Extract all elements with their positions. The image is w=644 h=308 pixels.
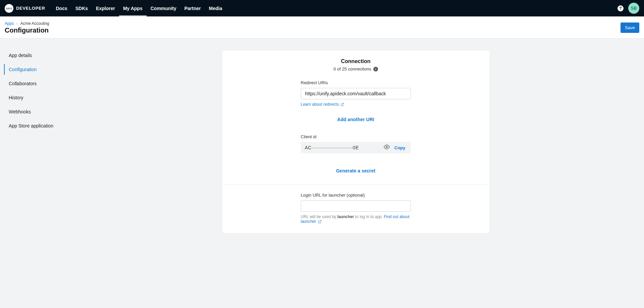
nav-right: ? SB xyxy=(618,3,639,14)
logo-icon: xero xyxy=(5,4,13,13)
client-id-value: AC····························0E xyxy=(305,145,381,150)
breadcrumb: Apps › Acme Accouting Configuration xyxy=(5,21,49,34)
redirect-help-row: Learn about redirects xyxy=(301,102,411,107)
svg-line-0 xyxy=(342,103,344,105)
sidebar: App details Configuration Collaborators … xyxy=(0,50,72,234)
sidebar-app-details[interactable]: App details xyxy=(4,50,72,61)
launcher-helper-suffix: to log in to app. xyxy=(354,214,384,219)
launcher-block: Login URL for launcher (optional) URL wi… xyxy=(301,193,411,224)
launcher-section: Login URL for launcher (optional) URL wi… xyxy=(222,184,490,233)
launcher-label: Login URL for launcher (optional) xyxy=(301,193,411,198)
breadcrumbs: Apps › Acme Accouting xyxy=(5,21,49,26)
redirect-input[interactable] xyxy=(301,88,411,99)
save-button[interactable]: Save xyxy=(621,22,639,33)
copy-button[interactable]: Copy xyxy=(392,144,408,152)
nav-sdks[interactable]: SDKs xyxy=(71,0,92,16)
redirect-label: Redirect URIs xyxy=(301,80,411,85)
sidebar-configuration[interactable]: Configuration xyxy=(4,64,72,75)
logo[interactable]: xero DEVELOPER xyxy=(5,4,45,13)
sidebar-history[interactable]: History xyxy=(4,92,72,103)
eye-icon[interactable] xyxy=(381,143,392,153)
nav-community[interactable]: Community xyxy=(147,0,180,16)
page-title: Configuration xyxy=(5,27,49,34)
launcher-input[interactable] xyxy=(301,200,411,212)
redirect-help-link[interactable]: Learn about redirects xyxy=(301,102,339,107)
info-icon[interactable]: i xyxy=(373,67,378,71)
breadcrumb-current: Acme Accouting xyxy=(20,21,49,26)
sidebar-app-store[interactable]: App Store application xyxy=(4,120,72,131)
connection-subtitle: 0 of 25 connections i xyxy=(230,66,482,71)
connection-count: 0 of 25 connections xyxy=(333,66,371,71)
nav-docs[interactable]: Docs xyxy=(52,0,71,16)
nav-partner[interactable]: Partner xyxy=(180,0,205,16)
config-card: Connection 0 of 25 connections i Redirec… xyxy=(222,50,490,234)
add-uri-button[interactable]: Add another URI xyxy=(301,117,411,122)
connection-title: Connection xyxy=(230,58,482,64)
nav-my-apps[interactable]: My Apps xyxy=(119,0,147,16)
top-nav: xero DEVELOPER Docs SDKs Explorer My App… xyxy=(0,0,644,16)
avatar[interactable]: SB xyxy=(628,3,639,14)
client-id-group: Client id AC····························… xyxy=(301,134,411,153)
launcher-helper-bold: launcher xyxy=(337,214,354,219)
connection-section: Connection 0 of 25 connections i Redirec… xyxy=(222,50,490,184)
client-id-field: AC····························0E Copy xyxy=(301,142,411,153)
nav-explorer[interactable]: Explorer xyxy=(92,0,119,16)
logo-text: DEVELOPER xyxy=(16,6,45,11)
sidebar-webhooks[interactable]: Webhooks xyxy=(4,106,72,117)
external-link-icon xyxy=(318,220,322,224)
sidebar-collaborators[interactable]: Collaborators xyxy=(4,78,72,89)
nav-items: Docs SDKs Explorer My Apps Community Par… xyxy=(52,0,226,16)
client-id-label: Client id xyxy=(301,134,411,139)
content-area: Connection 0 of 25 connections i Redirec… xyxy=(72,50,644,234)
external-link-icon xyxy=(340,103,344,107)
launcher-helper: URL will be used by launcher to log in t… xyxy=(301,214,411,224)
help-icon[interactable]: ? xyxy=(618,5,624,11)
page-body: App details Configuration Collaborators … xyxy=(0,39,644,247)
nav-media[interactable]: Media xyxy=(205,0,226,16)
svg-line-2 xyxy=(319,220,321,222)
svg-point-1 xyxy=(386,146,388,148)
sub-header: Apps › Acme Accouting Configuration Save xyxy=(0,16,644,39)
breadcrumb-root[interactable]: Apps xyxy=(5,21,14,26)
breadcrumb-sep: › xyxy=(16,22,17,25)
generate-secret-button[interactable]: Generate a secret xyxy=(301,168,411,173)
nav-left: xero DEVELOPER Docs SDKs Explorer My App… xyxy=(5,0,226,16)
launcher-helper-prefix: URL will be used by xyxy=(301,214,337,219)
redirect-block: Redirect URIs Learn about redirects Add … xyxy=(301,80,411,173)
